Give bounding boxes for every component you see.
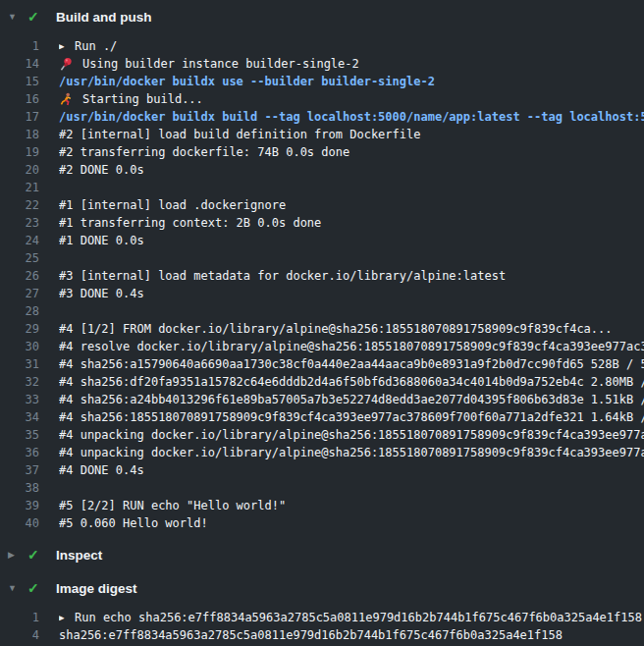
line-number[interactable]: 1 [0,611,39,624]
log-text: #2 DONE 0.0s [59,163,644,177]
section-header-inspect[interactable]: ▶✓Inspect [0,538,644,571]
log-line: 21 [0,179,644,196]
log-line: 27#3 DONE 0.4s [0,285,644,302]
log-line: 17/usr/bin/docker buildx build --tag loc… [0,108,644,126]
line-number[interactable]: 18 [0,128,39,141]
line-number[interactable]: 1 [0,39,39,53]
log-text: #2 transferring dockerfile: 74B 0.0s don… [59,145,644,159]
log-line: 40#5 0.060 Hello world! [0,514,644,532]
log-text-content: #4 sha256:a24bb4013296f61e89ba57005a7b3e… [59,393,644,406]
line-number[interactable]: 31 [0,357,39,371]
log-text-content: Run ./ [75,39,117,53]
log-text: #4 unpacking docker.io/library/alpine@sh… [59,446,644,459]
line-number[interactable]: 22 [0,198,39,212]
play-icon[interactable]: ▶ [59,614,69,622]
log-line: 20#2 DONE 0.0s [0,161,644,179]
line-number[interactable]: 16 [0,92,39,106]
line-number[interactable]: 26 [0,269,39,283]
log-line: 4sha256:e7ff8834a5963a2785c5a0811e979d16… [0,626,644,644]
log-text-content: #4 DONE 0.4s [59,463,144,477]
chevron-down-icon[interactable]: ▼ [8,13,22,22]
log-line: 34#4 sha256:185518070891758909c9f839cf4c… [0,408,644,426]
line-number[interactable]: 25 [0,251,39,265]
log-text-content: sha256:e7ff8834a5963a2785c5a0811e979d16b… [59,628,563,642]
log-text[interactable]: ▶Run echo sha256:e7ff8834a5963a2785c5a08… [59,611,644,624]
log-command-text: /usr/bin/docker buildx build --tag local… [59,110,644,124]
log-text: #4 sha256:a24bb4013296f61e89ba57005a7b3e… [59,393,644,406]
log-line: 33#4 sha256:a24bb4013296f61e89ba57005a7b… [0,391,644,408]
log-line: 1▶Run ./ [0,37,644,55]
log-text: sha256:e7ff8834a5963a2785c5a0811e979d16b… [59,628,644,642]
line-number[interactable]: 33 [0,393,39,406]
chevron-down-icon[interactable]: ▼ [8,584,22,593]
log-text: Using builder instance builder-single-2 [59,57,644,72]
log-text: #4 sha256:185518070891758909c9f839cf4ca3… [59,410,644,424]
line-number[interactable]: 28 [0,304,39,318]
log-line: 23#1 transferring context: 2B 0.0s done [0,214,644,232]
log-line: 32#4 sha256:df20fa9351a15782c64e6dddb2d4… [0,373,644,391]
log-line: 22#1 [internal] load .dockerignore [0,196,644,214]
log-line: 14Using builder instance builder-single-… [0,55,644,73]
log-line: 36#4 unpacking docker.io/library/alpine@… [0,444,644,461]
line-number[interactable]: 14 [0,57,39,71]
log-command-text: /usr/bin/docker buildx use --builder bui… [59,75,644,88]
check-icon: ✓ [27,10,43,24]
log-text: #2 [internal] load build definition from… [59,128,644,141]
line-number[interactable]: 30 [0,340,39,353]
log-line: 26#3 [internal] load metadata for docker… [0,267,644,285]
log-text[interactable]: ▶Run ./ [59,39,644,53]
log-text: #1 [internal] load .dockerignore [59,198,644,212]
log-line: 16Starting build... [0,90,644,108]
log-line: 29#4 [1/2] FROM docker.io/library/alpine… [0,320,644,338]
log-text-content: #4 unpacking docker.io/library/alpine@sh… [59,428,644,442]
log-line: 37#4 DONE 0.4s [0,461,644,479]
section-title: Image digest [56,581,137,596]
log-line: 28 [0,302,644,320]
line-number[interactable]: 32 [0,375,39,389]
log-text-content: #5 [2/2] RUN echo "Hello world!" [59,499,286,512]
line-number[interactable]: 36 [0,446,39,459]
log-text-content: #4 sha256:a15790640a6690aa1730c38cf0a440… [59,357,644,371]
log-text: #4 resolve docker.io/library/alpine@sha2… [59,340,644,353]
log-text-content: #4 [1/2] FROM docker.io/library/alpine@s… [59,322,613,336]
line-number[interactable]: 17 [0,110,39,124]
line-number[interactable]: 34 [0,410,39,424]
line-number[interactable]: 23 [0,216,39,230]
chevron-right-icon[interactable]: ▶ [8,551,22,560]
line-number[interactable]: 40 [0,516,39,530]
line-number[interactable]: 27 [0,287,39,300]
play-icon[interactable]: ▶ [59,42,69,51]
log-text: #4 DONE 0.4s [59,463,644,477]
line-number[interactable]: 4 [0,628,39,642]
log-line: 18#2 [internal] load build definition fr… [0,126,644,143]
line-number[interactable]: 19 [0,145,39,159]
log-text: #4 sha256:df20fa9351a15782c64e6dddb2d4a6… [59,375,644,389]
log-text-content: #2 [internal] load build definition from… [59,128,420,141]
line-number[interactable]: 29 [0,322,39,336]
log-text-content: /usr/bin/docker buildx use --builder bui… [59,75,435,88]
log-text-content: #4 unpacking docker.io/library/alpine@sh… [59,446,644,459]
line-number[interactable]: 21 [0,181,39,194]
log-line: 1▶Run echo sha256:e7ff8834a5963a2785c5a0… [0,609,644,626]
log-text: #3 [internal] load metadata for docker.i… [59,269,644,283]
log-text-content: #2 transferring dockerfile: 74B 0.0s don… [59,145,349,159]
log-line: 35#4 unpacking docker.io/library/alpine@… [0,426,644,444]
line-number[interactable]: 15 [0,75,39,88]
section-title: Inspect [56,548,102,563]
line-number[interactable]: 39 [0,499,39,512]
log-text-content: Run echo sha256:e7ff8834a5963a2785c5a081… [75,611,642,624]
line-number[interactable]: 20 [0,163,39,177]
line-number[interactable]: 38 [0,481,39,495]
log-text: #4 sha256:a15790640a6690aa1730c38cf0a440… [59,357,644,371]
log-text-content: #5 0.060 Hello world! [59,516,208,530]
section-title: Build and push [56,10,152,25]
check-icon: ✓ [27,548,43,562]
log-text: #1 DONE 0.0s [59,234,644,247]
runner-icon [59,92,76,107]
log-text-content: #2 DONE 0.0s [59,163,144,177]
line-number[interactable]: 37 [0,463,39,477]
line-number[interactable]: 24 [0,234,39,247]
line-number[interactable]: 35 [0,428,39,442]
section-header-image-digest[interactable]: ▼✓Image digest [0,571,644,605]
section-header-build-and-push[interactable]: ▼✓Build and push [0,0,644,33]
